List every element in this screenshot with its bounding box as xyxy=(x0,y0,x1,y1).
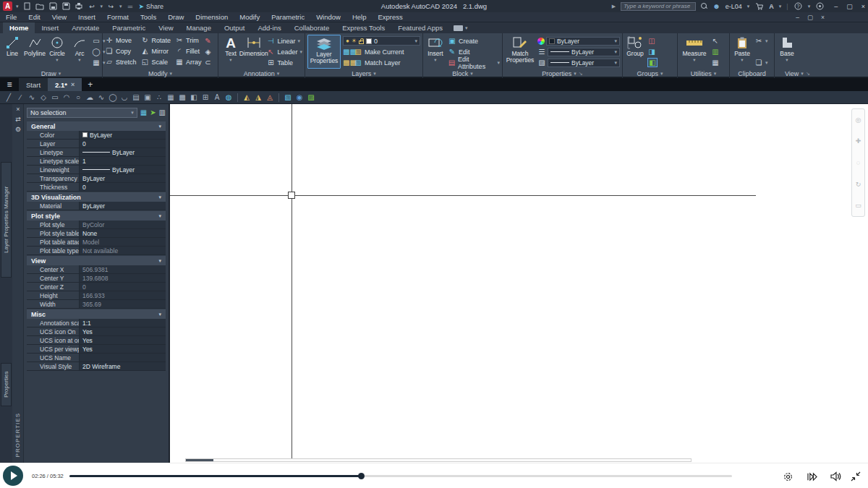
canvas-scrollbar[interactable] xyxy=(185,458,692,462)
file-tabs-menu-icon[interactable]: ≡ xyxy=(0,80,19,90)
join-button[interactable]: ⊂ xyxy=(204,58,213,67)
scale-button[interactable]: ◱Scale xyxy=(141,59,171,66)
orbit-icon[interactable]: ↻ xyxy=(856,181,861,188)
property-value[interactable]: 166.933 xyxy=(79,291,166,299)
menu-view[interactable]: View xyxy=(46,13,72,21)
property-value[interactable]: 365.69 xyxy=(79,300,166,308)
property-value[interactable]: Yes xyxy=(79,345,166,353)
autodesk-app-icon[interactable]: A xyxy=(769,3,774,10)
tool-palettes-toolbar-icon[interactable]: ▨ xyxy=(306,93,316,103)
linear-button[interactable]: ⊣Linear▾ xyxy=(266,36,302,46)
view-panel-label[interactable]: View▾↘ xyxy=(775,69,868,78)
property-value[interactable]: ByLayer xyxy=(79,202,166,210)
make-current-button[interactable]: ▩▩ ▧ Make Current xyxy=(343,47,420,56)
menu-tools[interactable]: Tools xyxy=(135,13,162,21)
palette-autohide-icon[interactable]: ⇄ xyxy=(12,114,24,124)
polyline-toolbar-icon[interactable]: ∿ xyxy=(27,93,37,103)
redo-icon[interactable]: ↪ xyxy=(106,1,116,11)
progress-handle[interactable] xyxy=(358,473,365,479)
insert-block-toolbar-icon[interactable]: ▤ xyxy=(131,93,141,103)
search-icon[interactable] xyxy=(701,3,707,9)
property-value[interactable]: Not available xyxy=(79,247,166,254)
rail-tab-properties[interactable]: Properties xyxy=(1,363,12,406)
text-button[interactable]: A Text ▾ xyxy=(221,35,241,69)
explode-button[interactable]: ◈ xyxy=(204,47,213,56)
ribbon-tab-manage[interactable]: Manage xyxy=(180,22,218,33)
drawing-canvas[interactable]: ◎ ✚ ◌ ↻ ▭ xyxy=(170,104,868,463)
menu-express[interactable]: Express xyxy=(372,13,408,21)
selection-dropdown[interactable]: No selection▾ xyxy=(27,108,137,118)
layer-dropdown[interactable]: ● ☀ 0 ▾ xyxy=(343,36,420,46)
user-avatar-icon[interactable]: ☻ xyxy=(712,2,720,10)
notifications-icon[interactable] xyxy=(815,1,825,11)
menu-modify[interactable]: Modify xyxy=(234,13,265,21)
ribbon-tab-view[interactable]: View xyxy=(152,22,179,33)
property-value[interactable]: 1:1 xyxy=(79,319,166,327)
hatch-toolbar-icon[interactable]: ▦ xyxy=(166,93,176,103)
property-value[interactable]: 0 xyxy=(79,283,166,291)
view-dialog-launcher[interactable]: ↘ xyxy=(806,71,810,77)
lineweight-dropdown[interactable]: ByLayer▾ xyxy=(548,48,620,56)
make-block-toolbar-icon[interactable]: ▣ xyxy=(142,93,153,103)
ribbon-tab-featured-apps[interactable]: Featured Apps xyxy=(391,22,449,33)
tab-drawing[interactable]: 2.1*× xyxy=(48,78,82,91)
palette-settings-icon[interactable]: ⚙ xyxy=(12,124,24,134)
canvas-scrollbar-thumb[interactable] xyxy=(186,459,213,461)
section-header-plot-style[interactable]: Plot style▾ xyxy=(27,211,166,221)
erase-button[interactable]: ✎ xyxy=(204,36,213,46)
paste-button[interactable]: Paste ▾ xyxy=(732,35,752,69)
property-value[interactable]: 1 xyxy=(79,157,166,165)
quick-select-palette-icon[interactable]: ▥ xyxy=(159,109,166,116)
menu-insert[interactable]: Insert xyxy=(72,13,101,21)
palette-close-icon[interactable]: × xyxy=(12,104,24,114)
tab-close-icon[interactable]: × xyxy=(71,81,75,88)
plot-icon[interactable] xyxy=(75,1,84,11)
property-value[interactable]: ByLayer xyxy=(79,174,166,182)
help-icon[interactable]: ? xyxy=(793,1,803,11)
ribbon-tab-parametric[interactable]: Parametric xyxy=(106,22,152,33)
menu-window[interactable]: Window xyxy=(310,13,346,21)
customize-icon[interactable]: ═ xyxy=(126,1,135,11)
gradient-toolbar-icon[interactable]: ▩ xyxy=(177,93,187,103)
show-motion-icon[interactable]: ▭ xyxy=(855,202,861,209)
share-button[interactable]: ➤ Share xyxy=(139,3,164,10)
menu-format[interactable]: Format xyxy=(101,13,135,21)
linetype-dropdown[interactable]: ByLayer▾ xyxy=(548,59,620,67)
mirror-button[interactable]: ◭Mirror xyxy=(141,48,171,55)
cut-button[interactable]: ✂▾ xyxy=(754,36,768,46)
navigation-bar[interactable]: ◎ ✚ ◌ ↻ ▭ xyxy=(851,108,865,217)
rectangle-toolbar-icon[interactable]: ▭ xyxy=(50,93,60,103)
object-color-dropdown[interactable]: ByLayer▾ xyxy=(546,37,620,46)
move-button[interactable]: ✛Move xyxy=(105,37,137,44)
menu-parametric[interactable]: Parametric xyxy=(265,13,310,21)
group-edit-button[interactable]: ◨ xyxy=(647,47,658,56)
array-button[interactable]: ▦Array xyxy=(175,59,202,66)
clipboard-panel-label[interactable]: Clipboard xyxy=(730,69,774,78)
property-value[interactable]: Yes xyxy=(79,328,166,335)
groups-panel-label[interactable]: Groups▾ xyxy=(623,69,677,78)
zoom-icon[interactable]: ◌ xyxy=(856,159,860,166)
edit-attributes-button[interactable]: ▤Edit Attributes▾ xyxy=(448,58,500,67)
layer-walk-toolbar-icon[interactable]: ◭ xyxy=(242,93,252,103)
player-settings-button[interactable] xyxy=(781,470,794,483)
property-value[interactable]: ByColor xyxy=(79,221,166,228)
select-objects-icon[interactable]: ➤ xyxy=(150,109,156,116)
modify-panel-label[interactable]: Modify▾ xyxy=(103,69,218,78)
circle-toolbar-icon[interactable]: ○ xyxy=(73,93,83,103)
properties-panel-label[interactable]: Properties▾↘ xyxy=(503,69,622,78)
pan-icon[interactable]: ✚ xyxy=(856,137,861,145)
doc-close-button[interactable]: × xyxy=(821,14,825,21)
stretch-button[interactable]: ▱Stretch xyxy=(105,59,137,66)
menu-file[interactable]: File xyxy=(0,13,22,21)
annotation-panel-label[interactable]: Annotation▾ xyxy=(218,69,305,78)
ribbon-tab-collaborate[interactable]: Collaborate xyxy=(288,22,336,33)
arc-toolbar-icon[interactable]: ◠ xyxy=(61,93,72,103)
property-value[interactable]: ByLayer xyxy=(79,166,166,174)
group-tool-toolbar-icon[interactable]: ▧ xyxy=(283,93,293,103)
fillet-button[interactable]: ◜Fillet xyxy=(175,48,202,55)
arc-button[interactable]: Arc ▾ xyxy=(69,35,90,69)
new-tab-button[interactable]: + xyxy=(88,80,93,90)
property-value[interactable]: 2D Wireframe xyxy=(79,362,166,370)
group-button[interactable]: Group xyxy=(625,35,645,69)
property-value[interactable]: ByLayer xyxy=(79,131,166,139)
